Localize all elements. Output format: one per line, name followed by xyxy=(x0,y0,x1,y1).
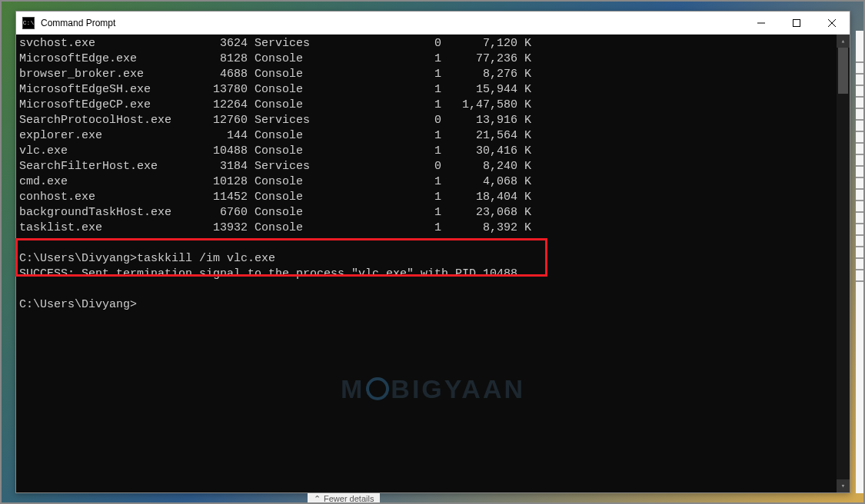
blank-line xyxy=(19,282,850,297)
process-row: svchost.exe 3624 Services 0 7,120 K xyxy=(19,36,850,51)
cmd-icon: C:\ xyxy=(22,17,35,29)
process-row: SearchFilterHost.exe 3184 Services 0 8,2… xyxy=(19,159,850,174)
maximize-button[interactable] xyxy=(779,12,814,35)
scroll-up-button[interactable]: ▴ xyxy=(837,35,850,48)
minimize-button[interactable] xyxy=(744,12,779,35)
command-line: C:\Users\Divyang>taskkill /im vlc.exe xyxy=(19,251,850,267)
process-row: MicrosoftEdgeCP.exe 12264 Console 1 1,47… xyxy=(19,98,850,113)
close-button[interactable] xyxy=(814,12,850,35)
command-prompt-window: C:\ Command Prompt svchost.exe 3624 Serv… xyxy=(15,11,850,493)
process-row: MicrosoftEdge.exe 8128 Console 1 77,236 … xyxy=(19,51,850,67)
watermark-logo: M BIGYAAN xyxy=(341,377,525,400)
svg-rect-1 xyxy=(793,19,800,26)
process-row: vlc.exe 10488 Console 1 30,416 K xyxy=(19,144,850,159)
process-row: browser_broker.exe 4688 Console 1 8,276 … xyxy=(19,67,850,82)
scroll-down-button[interactable]: ▾ xyxy=(837,479,850,492)
typed-command: taskkill /im vlc.exe xyxy=(137,252,275,265)
window-title: Command Prompt xyxy=(41,18,744,28)
vertical-scrollbar[interactable]: ▴ ▾ xyxy=(837,35,850,492)
window-controls xyxy=(744,12,850,35)
scroll-thumb[interactable] xyxy=(838,48,848,94)
process-row: SearchProtocolHost.exe 12760 Services 0 … xyxy=(19,113,850,128)
process-row: MicrosoftEdgeSH.exe 13780 Console 1 15,9… xyxy=(19,82,850,98)
titlebar[interactable]: C:\ Command Prompt xyxy=(16,12,850,35)
process-row: tasklist.exe 13932 Console 1 8,392 K xyxy=(19,220,850,236)
process-row: cmd.exe 10128 Console 1 4,068 K xyxy=(19,174,850,190)
result-line: SUCCESS: Sent termination signal to the … xyxy=(19,267,850,282)
chevron-up-icon: ⌃ xyxy=(314,494,321,504)
terminal-output[interactable]: svchost.exe 3624 Services 0 7,120 KMicro… xyxy=(16,35,850,492)
process-row: backgroundTaskHost.exe 6760 Console 1 23… xyxy=(19,205,850,220)
blank-line xyxy=(19,236,850,251)
process-row: explorer.exe 144 Console 1 21,564 K xyxy=(19,128,850,144)
current-prompt[interactable]: C:\Users\Divyang> xyxy=(19,297,850,313)
prompt: C:\Users\Divyang> xyxy=(19,252,137,265)
watermark-circle-icon xyxy=(366,377,389,400)
process-row: conhost.exe 11452 Console 1 18,404 K xyxy=(19,190,850,205)
background-panel-strip xyxy=(856,31,865,493)
scroll-track[interactable] xyxy=(837,48,850,479)
fewer-details-label: ⌃ Fewer details xyxy=(308,493,380,504)
